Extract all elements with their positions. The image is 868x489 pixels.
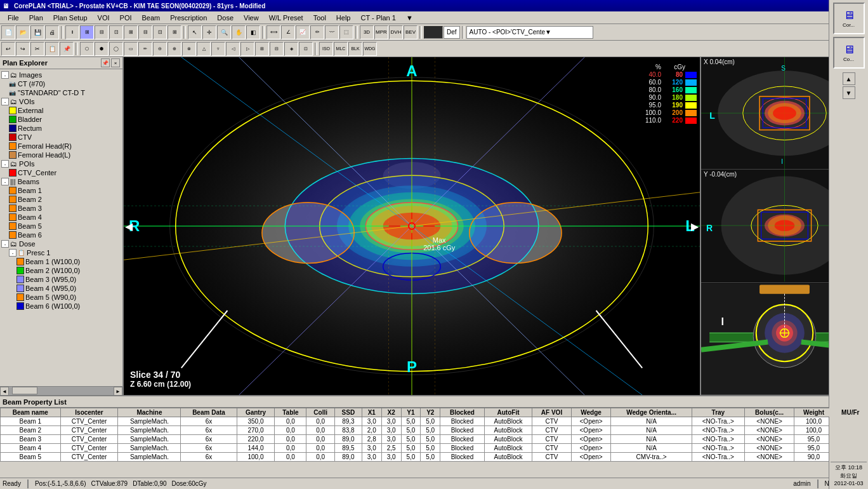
menu-plan[interactable]: Plan: [24, 13, 48, 23]
tb-view4[interactable]: ⊡: [109, 25, 123, 39]
beam-table-row-1[interactable]: Beam 1CTV_CenterSampleMach.6x350,00,00,0…: [1, 417, 868, 426]
tb-mpr[interactable]: MPR: [374, 25, 388, 39]
tb2-contour5[interactable]: ✏: [138, 42, 152, 56]
tree-voi-femoral-l[interactable]: Femoral Head(L): [9, 151, 121, 159]
pe-scroll-thumb-h[interactable]: [12, 387, 37, 394]
tb-view1[interactable]: I: [65, 25, 79, 39]
tree-voi-femoral-r[interactable]: Femoral Head(R): [9, 142, 121, 151]
tree-dose-beam1[interactable]: Beam 1 (W100,0): [16, 257, 121, 266]
tb2-cut[interactable]: ✂: [30, 42, 44, 56]
menu-ctplan[interactable]: CT - Plan 1: [355, 13, 400, 23]
tb-save[interactable]: 💾: [30, 25, 44, 39]
tb-view6[interactable]: ⊟: [138, 25, 152, 39]
tb2-contour15[interactable]: ◈: [284, 42, 298, 56]
tb2-contour16[interactable]: ⊡: [299, 42, 313, 56]
tree-beam5[interactable]: Beam 5: [9, 222, 121, 231]
win-app-co[interactable]: 🖥 Co...: [833, 57, 865, 69]
pe-close[interactable]: ×: [111, 58, 120, 67]
tb-d3[interactable]: 3D: [360, 25, 374, 39]
tb2-copy[interactable]: 📋: [45, 42, 59, 56]
tb-dvh[interactable]: DVH: [389, 25, 403, 39]
tree-dose-beam6[interactable]: Beam 6 (W100,0): [16, 302, 121, 311]
tb2-contour13[interactable]: ⊞: [255, 42, 269, 56]
tree-voi-ctv[interactable]: CTV: [9, 133, 121, 142]
tree-beam6[interactable]: Beam 6: [9, 231, 121, 239]
tb-print[interactable]: 🖨: [45, 25, 59, 39]
tb2-contour12[interactable]: ▷: [240, 42, 254, 56]
tb-view7[interactable]: ⊡: [153, 25, 167, 39]
tree-beam2[interactable]: Beam 2: [9, 195, 121, 204]
tree-expand-pois[interactable]: -: [1, 160, 9, 168]
menu-wlpreset[interactable]: W/L Preset: [264, 13, 308, 23]
tb-crosshair[interactable]: ✛: [202, 25, 216, 39]
tb-zoom[interactable]: 🔍: [217, 25, 231, 39]
tb2-contour11[interactable]: ◁: [226, 42, 240, 56]
nav-down-arrow[interactable]: ▼: [843, 86, 855, 99]
tree-expand-presc1[interactable]: -: [9, 249, 16, 257]
tree-expand-vois[interactable]: -: [1, 98, 9, 105]
tb2-mlc[interactable]: MLC: [334, 42, 348, 56]
tree-expand-beams[interactable]: -: [1, 178, 9, 185]
nav-arrow-left[interactable]: ◀: [125, 220, 133, 232]
tree-pois-header[interactable]: - 🗂 POIs: [1, 159, 121, 168]
tree-voi-external[interactable]: External: [9, 106, 121, 115]
tb2-contour10[interactable]: ▿: [211, 42, 225, 56]
beam-table-row-5[interactable]: Beam 5CTV_CenterSampleMach.6x100,00,00,0…: [1, 453, 868, 462]
menu-dose[interactable]: Dose: [212, 13, 239, 23]
poi-dropdown[interactable]: AUTO - <POI>'CTV_Cente▼: [466, 26, 593, 39]
pe-scroll-right[interactable]: ►: [114, 387, 122, 395]
tb-view3[interactable]: ⊟: [95, 25, 109, 39]
tree-beams-header[interactable]: - ||| Beams: [1, 177, 121, 186]
menu-plansetup[interactable]: Plan Setup: [48, 13, 93, 23]
tb2-contour1[interactable]: ⬡: [80, 42, 94, 56]
tb2-contour14[interactable]: ⊟: [270, 42, 284, 56]
tb-edit[interactable]: ✏: [310, 25, 324, 39]
tree-voi-rectum[interactable]: Rectum: [9, 124, 121, 133]
menu-file[interactable]: File: [3, 13, 24, 23]
menu-view[interactable]: View: [239, 13, 264, 23]
beam-table-row-4[interactable]: Beam 4CTV_CenterSampleMach.6x144,00,00,0…: [1, 444, 868, 453]
pe-scroll-left[interactable]: ◄: [0, 387, 9, 395]
tb-new[interactable]: 📄: [1, 25, 15, 39]
tree-expand-images[interactable]: -: [1, 71, 9, 79]
tb-pan[interactable]: ✋: [232, 25, 246, 39]
tb-cursor[interactable]: ↖: [188, 25, 202, 39]
tb-bev[interactable]: BEV: [404, 25, 418, 39]
tree-dose-beam5[interactable]: Beam 5 (W90,0): [16, 293, 121, 302]
tb2-undo[interactable]: ↩: [1, 42, 15, 56]
tb2-paste[interactable]: 📌: [60, 42, 74, 56]
tb2-contour2[interactable]: ⬢: [95, 42, 109, 56]
tree-dose-beam4[interactable]: Beam 4 (W95,0): [16, 284, 121, 293]
nav-up-arrow[interactable]: ▲: [843, 72, 855, 85]
beam-table-row-2[interactable]: Beam 2CTV_CenterSampleMach.6x270,00,00,0…: [1, 426, 868, 435]
tb2-contour4[interactable]: ▭: [124, 42, 138, 56]
beam-table-row-3[interactable]: Beam 3CTV_CenterSampleMach.6x220,00,00,0…: [1, 435, 868, 444]
tb2-iso[interactable]: ISO: [319, 42, 333, 56]
menu-prescription[interactable]: Prescription: [165, 13, 212, 23]
tb-window[interactable]: ◧: [246, 25, 260, 39]
tree-poi-ctvcenter[interactable]: CTV_Center: [9, 168, 121, 177]
tree-vois-header[interactable]: - 🗂 VOIs: [1, 97, 121, 106]
tb2-contour3[interactable]: ◯: [109, 42, 123, 56]
tb2-contour8[interactable]: ⊗: [182, 42, 196, 56]
tree-expand-dose[interactable]: -: [1, 240, 9, 248]
tb-profile[interactable]: 📈: [296, 25, 310, 39]
tb2-contour9[interactable]: △: [197, 42, 211, 56]
menu-tool[interactable]: Tool: [308, 13, 331, 23]
nav-arrow-right[interactable]: ▶: [691, 220, 699, 232]
tree-voi-bladder[interactable]: Bladder: [9, 115, 121, 124]
tree-dose-beam2[interactable]: Beam 2 (W100,0): [16, 266, 121, 275]
tree-dose-beam3[interactable]: Beam 3 (W95,0): [16, 275, 121, 284]
pe-pin[interactable]: 📌: [101, 58, 110, 67]
main-viewport[interactable]: A R L P ◀ ▶ % cGy 40.0 80 60.: [124, 57, 700, 395]
menu-ctplan-arrow[interactable]: ▼: [401, 13, 418, 23]
tree-ct70[interactable]: 📷 CT (#70): [9, 79, 121, 88]
tree-images-header[interactable]: - 🗂 Images: [1, 70, 121, 79]
tb2-wedge[interactable]: WDG: [363, 42, 377, 56]
menu-beam[interactable]: Beam: [137, 13, 166, 23]
tb2-redo[interactable]: ↪: [16, 42, 30, 56]
tb2-contour6[interactable]: ⊖: [153, 42, 167, 56]
menu-voi[interactable]: VOI: [93, 13, 115, 23]
beam-table-container[interactable]: Beam name Isocenter Machine Beam Data Ga…: [0, 408, 868, 478]
tb-view5[interactable]: ⊞: [124, 25, 138, 39]
